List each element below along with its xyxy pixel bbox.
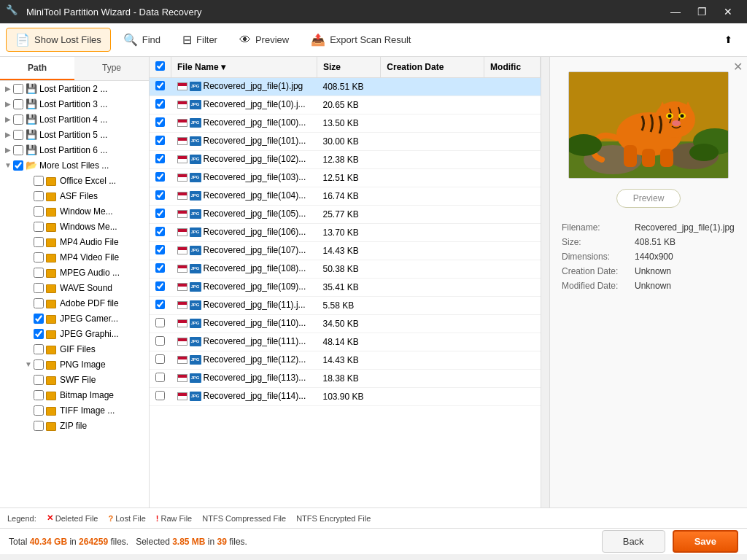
table-row[interactable]: JPGRecovered_jpg_file(114)...103.90 KB xyxy=(150,388,541,406)
tree-item-checkbox[interactable] xyxy=(13,84,23,94)
table-row[interactable]: JPGRecovered_jpg_file(107)...14.43 KB xyxy=(150,242,541,260)
tree-item[interactable]: JPEG Camer... xyxy=(0,311,149,326)
tree-item[interactable]: MPEG Audio ... xyxy=(0,265,149,280)
row-checkbox[interactable] xyxy=(155,172,165,182)
share-button[interactable]: ⬆ xyxy=(715,27,741,53)
tab-path[interactable]: Path xyxy=(0,57,74,80)
tree-toggle-icon[interactable]: ▶ xyxy=(3,100,13,108)
table-row[interactable]: JPGRecovered_jpg_file(105)...25.77 KB xyxy=(150,206,541,224)
tree-item[interactable]: ASF Files xyxy=(0,188,149,203)
tree-item[interactable]: ▼PNG Image xyxy=(0,357,149,372)
tree-item[interactable]: ▶💾Lost Partition 2 ... xyxy=(0,81,149,96)
back-button[interactable]: Back xyxy=(602,530,665,553)
tree-item[interactable]: ZIP file xyxy=(0,418,149,433)
tab-type[interactable]: Type xyxy=(74,57,149,80)
minimize-button[interactable]: — xyxy=(662,0,689,23)
table-row[interactable]: JPGRecovered_jpg_file(113)...18.38 KB xyxy=(150,370,541,388)
tree-item[interactable]: ▼📂More Lost Files ... xyxy=(0,158,149,173)
tree-item-checkbox[interactable] xyxy=(34,268,44,278)
preview-toolbar-button[interactable]: 👁 Preview xyxy=(230,28,298,52)
select-all-checkbox[interactable] xyxy=(155,61,165,71)
tree-item-checkbox[interactable] xyxy=(34,390,44,400)
export-button[interactable]: 📤 Export Scan Result xyxy=(301,28,420,52)
tree-item[interactable]: MP4 Video File xyxy=(0,249,149,265)
tree-item[interactable]: TIFF Image ... xyxy=(0,402,149,418)
tree-item-checkbox[interactable] xyxy=(34,344,44,354)
tree-item-checkbox[interactable] xyxy=(34,329,44,339)
tree-item[interactable]: Office Excel ... xyxy=(0,173,149,188)
row-checkbox[interactable] xyxy=(155,300,165,309)
row-checkbox[interactable] xyxy=(155,154,165,163)
col-header-filename[interactable]: File Name ▾ xyxy=(171,57,317,78)
close-button[interactable]: ✕ xyxy=(715,0,741,23)
table-row[interactable]: JPGRecovered_jpg_file(100)...13.50 KB xyxy=(150,114,541,133)
col-header-modif[interactable]: Modific xyxy=(484,57,541,78)
row-checkbox[interactable] xyxy=(155,227,165,236)
tree-item-checkbox[interactable] xyxy=(13,130,23,140)
row-checkbox[interactable] xyxy=(155,354,165,364)
file-table-wrap[interactable]: File Name ▾ Size Creation Date Modific xyxy=(150,57,541,508)
tree-item-checkbox[interactable] xyxy=(34,298,44,308)
col-header-size[interactable]: Size xyxy=(317,57,381,78)
row-checkbox[interactable] xyxy=(155,117,165,127)
table-row[interactable]: JPGRecovered_jpg_file(10).j...20.65 KB xyxy=(150,96,541,114)
row-checkbox[interactable] xyxy=(155,281,165,291)
row-checkbox[interactable] xyxy=(155,336,165,346)
row-checkbox[interactable] xyxy=(155,245,165,254)
tree-item-checkbox[interactable] xyxy=(34,283,44,293)
tree-item[interactable]: ▶💾Lost Partition 6 ... xyxy=(0,142,149,158)
table-row[interactable]: JPGRecovered_jpg_file(111)...48.14 KB xyxy=(150,333,541,351)
tree-item[interactable]: WAVE Sound xyxy=(0,280,149,295)
tree-item-checkbox[interactable] xyxy=(34,252,44,262)
row-checkbox[interactable] xyxy=(155,99,165,109)
col-header-checkbox[interactable] xyxy=(150,57,171,78)
tree-item-checkbox[interactable] xyxy=(34,314,44,324)
save-button[interactable]: Save xyxy=(673,530,738,553)
tree-toggle-icon[interactable]: ▶ xyxy=(3,85,13,93)
table-row[interactable]: JPGRecovered_jpg_file(109)...35.41 KB xyxy=(150,279,541,297)
tree-item-checkbox[interactable] xyxy=(13,114,23,125)
row-checkbox[interactable] xyxy=(155,136,165,145)
table-row[interactable]: JPGRecovered_jpg_file(108)...50.38 KB xyxy=(150,260,541,279)
tree-item[interactable]: MP4 Audio File xyxy=(0,234,149,249)
panel-close-button[interactable]: ✕ xyxy=(733,60,743,74)
tree-item[interactable]: JPEG Graphi... xyxy=(0,326,149,341)
tree-item-checkbox[interactable] xyxy=(13,99,23,109)
tree-item-checkbox[interactable] xyxy=(34,405,44,416)
tree-item[interactable]: ▶💾Lost Partition 4 ... xyxy=(0,112,149,127)
show-lost-files-button[interactable]: 📄 Show Lost Files xyxy=(6,28,111,52)
maximize-button[interactable]: ❐ xyxy=(689,0,715,23)
tree-toggle-icon[interactable]: ▼ xyxy=(3,161,13,169)
tree-item-checkbox[interactable] xyxy=(34,375,44,385)
tree-item-checkbox[interactable] xyxy=(34,222,44,232)
row-checkbox[interactable] xyxy=(155,81,165,90)
tree-item-checkbox[interactable] xyxy=(34,421,44,431)
row-checkbox[interactable] xyxy=(155,373,165,382)
table-row[interactable]: JPGRecovered_jpg_file(110)...34.50 KB xyxy=(150,315,541,333)
row-checkbox[interactable] xyxy=(155,263,165,273)
tree-toggle-icon[interactable]: ▶ xyxy=(3,115,13,123)
table-row[interactable]: JPGRecovered_jpg_file(112)...14.43 KB xyxy=(150,351,541,370)
tree-item-checkbox[interactable] xyxy=(34,237,44,247)
table-row[interactable]: JPGRecovered_jpg_file(104)...16.74 KB xyxy=(150,187,541,206)
tree-item-checkbox[interactable] xyxy=(34,191,44,201)
row-checkbox[interactable] xyxy=(155,391,165,400)
tree-item[interactable]: ▶💾Lost Partition 5 ... xyxy=(0,127,149,142)
table-row[interactable]: JPGRecovered_jpg_file(101)...30.00 KB xyxy=(150,133,541,151)
filter-button[interactable]: ⊟ Filter xyxy=(173,28,227,52)
tree-item[interactable]: Adobe PDF file xyxy=(0,295,149,311)
scrollbar-track[interactable] xyxy=(541,57,549,508)
tree-item-checkbox[interactable] xyxy=(13,145,23,155)
find-button[interactable]: 🔍 Find xyxy=(114,28,170,52)
tree-item-checkbox[interactable] xyxy=(34,206,44,217)
table-row[interactable]: JPGRecovered_jpg_file(103)...12.51 KB xyxy=(150,169,541,187)
tree-item-checkbox[interactable] xyxy=(13,160,23,171)
row-checkbox[interactable] xyxy=(155,318,165,327)
row-checkbox[interactable] xyxy=(155,190,165,200)
col-header-date[interactable]: Creation Date xyxy=(381,57,484,78)
table-row[interactable]: JPGRecovered_jpg_file(102)...12.38 KB xyxy=(150,151,541,169)
tree-item[interactable]: Window Me... xyxy=(0,203,149,219)
tree-item[interactable]: Bitmap Image xyxy=(0,387,149,402)
row-checkbox[interactable] xyxy=(155,209,165,218)
tree-item[interactable]: SWF File xyxy=(0,372,149,387)
